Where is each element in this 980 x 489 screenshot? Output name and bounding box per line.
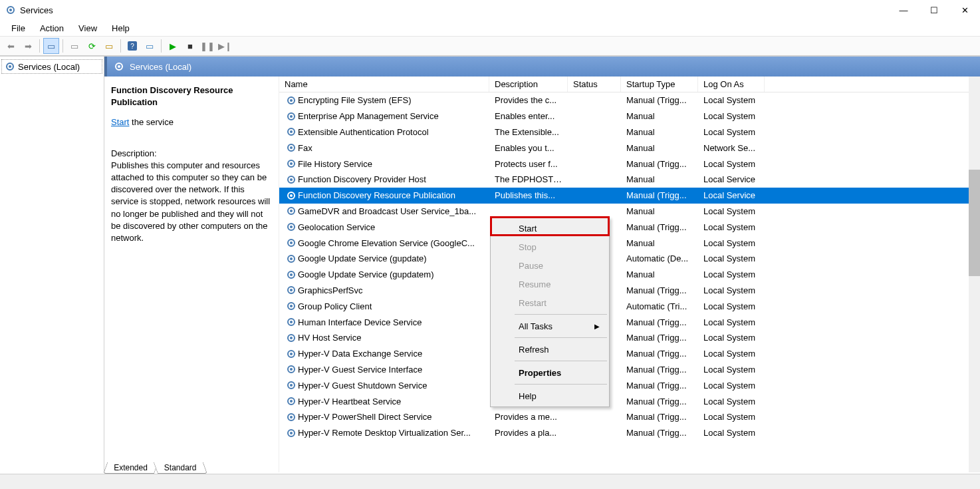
col-logon[interactable]: Log On As: [698, 77, 765, 92]
table-row[interactable]: Hyper-V Data Exchange ServiceManual (Tri…: [279, 346, 980, 362]
export-button[interactable]: ▭: [101, 38, 117, 54]
col-description[interactable]: Description: [489, 77, 568, 92]
table-row[interactable]: HV Host ServiceManual (Trigg...Local Sys…: [279, 330, 980, 346]
service-name: Hyper-V PowerShell Direct Service: [298, 412, 432, 422]
table-row[interactable]: Hyper-V PowerShell Direct ServiceProvide…: [279, 409, 980, 425]
service-logon: Local System: [698, 127, 765, 137]
tabs-strip: Extended Standard: [105, 459, 205, 474]
service-name: Hyper-V Remote Desktop Virtualization Se…: [298, 428, 471, 438]
service-name: Google Chrome Elevation Service (GoogleC…: [298, 238, 475, 248]
tree-root-label: Services (Local): [18, 62, 80, 72]
toolbar-icon[interactable]: ▭: [142, 38, 158, 54]
service-logon: Local Service: [698, 174, 765, 184]
tree-root-item[interactable]: Services (Local): [1, 59, 102, 74]
pause-service-button[interactable]: ❚❚: [199, 38, 215, 54]
service-desc: Enables enter...: [489, 111, 568, 121]
col-startup[interactable]: Startup Type: [621, 77, 698, 92]
table-row[interactable]: GraphicsPerfSvcManual (Trigg...Local Sys…: [279, 283, 980, 299]
window-title: Services: [20, 5, 53, 15]
properties-button[interactable]: ▭: [66, 38, 82, 54]
table-row[interactable]: Hyper-V Remote Desktop Virtualization Se…: [279, 425, 980, 441]
close-button[interactable]: ✕: [949, 0, 980, 20]
svg-point-21: [290, 210, 293, 212]
table-row[interactable]: Function Discovery Resource PublicationP…: [279, 188, 980, 204]
service-startup: Manual (Trigg...: [621, 365, 698, 375]
table-row[interactable]: Encrypting File System (EFS)Provides the…: [279, 92, 980, 108]
service-name: Geolocation Service: [298, 222, 375, 232]
col-name[interactable]: Name: [279, 77, 489, 92]
help-button[interactable]: ?: [124, 38, 140, 54]
table-row[interactable]: Extensible Authentication ProtocolThe Ex…: [279, 124, 980, 140]
svg-point-49: [290, 432, 293, 434]
scrollbar-track[interactable]: [969, 77, 980, 472]
service-logon: Local System: [698, 301, 765, 311]
table-row[interactable]: Function Discovery Provider HostThe FDPH…: [279, 172, 980, 188]
service-logon: Local System: [698, 412, 765, 422]
table-row[interactable]: Enterprise App Management ServiceEnables…: [279, 108, 980, 124]
restart-service-button[interactable]: ▶❙: [217, 38, 233, 54]
minimize-button[interactable]: —: [888, 0, 919, 20]
svg-point-25: [290, 242, 293, 244]
gear-icon: [286, 349, 297, 359]
start-link[interactable]: Start: [111, 117, 129, 127]
tab-standard[interactable]: Standard: [154, 462, 207, 474]
gear-icon: [286, 412, 297, 422]
start-service-button[interactable]: ▶: [165, 38, 181, 54]
gear-icon: [286, 396, 297, 407]
table-row[interactable]: Hyper-V Guest Shutdown ServiceManual (Tr…: [279, 377, 980, 393]
table-row[interactable]: GameDVR and Broadcast User Service_1ba..…: [279, 204, 980, 220]
svg-point-47: [290, 416, 293, 418]
svg-point-11: [290, 130, 293, 133]
service-startup: Manual: [621, 238, 698, 248]
table-row[interactable]: Hyper-V Heartbeat ServiceMonitors the ..…: [279, 393, 980, 409]
show-hide-tree-button[interactable]: ▭: [43, 38, 59, 54]
svg-point-41: [290, 368, 293, 371]
tab-extended[interactable]: Extended: [103, 462, 158, 474]
table-row[interactable]: Google Update Service (gupdatem)ManualLo…: [279, 267, 980, 283]
maximize-button[interactable]: ☐: [919, 0, 949, 20]
table-row[interactable]: Google Chrome Elevation Service (GoogleC…: [279, 235, 980, 251]
ctx-help[interactable]: Help: [492, 387, 608, 405]
service-name: File History Service: [298, 159, 372, 169]
service-startup: Manual (Trigg...: [621, 190, 698, 200]
gear-icon: [286, 317, 297, 327]
service-logon: Local System: [698, 159, 765, 169]
stop-service-button[interactable]: ■: [182, 38, 198, 54]
menu-view[interactable]: View: [72, 21, 103, 35]
app-icon: [5, 5, 16, 15]
gear-icon: [286, 333, 297, 343]
ctx-all-tasks[interactable]: All Tasks▶: [492, 317, 608, 335]
table-row[interactable]: Group Policy ClientgAutomatic (Tri...Loc…: [279, 298, 980, 314]
service-logon: Local System: [698, 269, 765, 279]
scrollbar-thumb[interactable]: [969, 170, 980, 276]
service-name: HV Host Service: [298, 333, 361, 343]
table-row[interactable]: Google Update Service (gupdate)Automatic…: [279, 251, 980, 267]
service-logon: Local System: [698, 285, 765, 295]
service-startup: Automatic (Tri...: [621, 301, 698, 311]
ctx-start[interactable]: Start: [492, 219, 608, 238]
refresh-button[interactable]: ⟳: [84, 38, 100, 54]
table-row[interactable]: FaxEnables you t...ManualNetwork Se...: [279, 140, 980, 156]
table-row[interactable]: File History ServiceProtects user f...Ma…: [279, 156, 980, 172]
back-button[interactable]: ⬅: [3, 38, 19, 54]
table-row[interactable]: Human Interface Device ServiceManual (Tr…: [279, 314, 980, 330]
ctx-refresh[interactable]: Refresh: [492, 340, 608, 359]
service-logon: Network Se...: [698, 143, 765, 153]
ctx-properties[interactable]: Properties: [492, 363, 608, 382]
svg-point-15: [290, 162, 293, 165]
table-row[interactable]: Geolocation ServicegManual (Trigg...Loca…: [279, 219, 980, 235]
service-logon: Local System: [698, 95, 765, 105]
menu-action[interactable]: Action: [34, 21, 70, 35]
col-status[interactable]: Status: [568, 77, 621, 92]
header-gear-icon: [114, 61, 124, 72]
table-row[interactable]: Hyper-V Guest Service InterfaceManual (T…: [279, 362, 980, 378]
forward-button[interactable]: ➡: [20, 38, 36, 54]
service-name: Encrypting File System (EFS): [298, 95, 412, 105]
service-logon: Local System: [698, 333, 765, 343]
menu-help[interactable]: Help: [106, 21, 136, 35]
service-name: Google Update Service (gupdatem): [298, 269, 434, 279]
svg-point-3: [9, 65, 11, 68]
tree-pane: Services (Local): [0, 57, 104, 472]
gear-icon: [286, 222, 297, 232]
menu-file[interactable]: File: [5, 21, 31, 35]
